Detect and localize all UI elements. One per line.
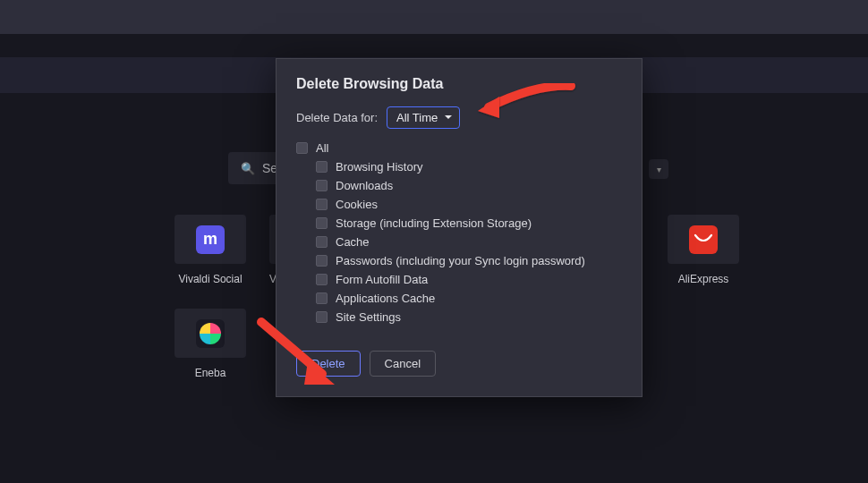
checkbox-cookies[interactable]: Cookies xyxy=(316,198,622,211)
checkbox-label: Cookies xyxy=(336,198,378,211)
mastodon-icon: m xyxy=(196,225,225,254)
checkbox-icon xyxy=(316,255,328,267)
checkbox-form-autofill[interactable]: Form Autofill Data xyxy=(316,273,622,286)
checkbox-label: Applications Cache xyxy=(336,292,435,305)
checkbox-icon xyxy=(316,180,328,191)
checkbox-label: Downloads xyxy=(336,179,393,192)
checkbox-label: Form Autofill Data xyxy=(336,273,428,286)
checkbox-icon xyxy=(316,161,328,173)
dialog-title: Delete Browsing Data xyxy=(296,76,622,92)
speed-dial-grid: m Vivaldi Social Eneba V xyxy=(174,215,285,379)
time-range-label: Delete Data for: xyxy=(296,111,378,124)
checkbox-icon xyxy=(316,274,328,285)
checkbox-label: Storage (including Extension Storage) xyxy=(336,216,532,230)
cancel-button[interactable]: Cancel xyxy=(370,351,436,377)
checkbox-icon xyxy=(316,217,328,229)
checkbox-icon xyxy=(316,236,328,248)
dropdown-caret-icon[interactable]: ▾ xyxy=(649,159,668,179)
aliexpress-icon xyxy=(689,225,718,254)
dial-vivaldi-social[interactable]: m Vivaldi Social xyxy=(174,215,246,285)
dial-aliexpress[interactable]: AliExpress xyxy=(668,215,739,285)
eneba-icon xyxy=(196,319,225,348)
top-toolbar xyxy=(0,0,868,34)
time-range-value: All Time xyxy=(396,111,438,124)
checkbox-icon xyxy=(316,199,328,210)
checkbox-browsing-history[interactable]: Browsing History xyxy=(316,160,622,174)
delete-browsing-data-dialog: Delete Browsing Data Delete Data for: Al… xyxy=(276,58,642,397)
checkbox-icon xyxy=(316,311,328,323)
search-icon: 🔍 xyxy=(241,162,255,175)
checkbox-cache[interactable]: Cache xyxy=(316,235,622,249)
toolbar-gap xyxy=(0,34,868,57)
delete-button[interactable]: Delete xyxy=(296,351,361,377)
checkbox-label: All xyxy=(316,141,328,155)
dial-label: AliExpress xyxy=(678,273,729,285)
checkbox-downloads[interactable]: Downloads xyxy=(316,179,622,192)
checkbox-storage[interactable]: Storage (including Extension Storage) xyxy=(316,216,622,230)
checkbox-applications-cache[interactable]: Applications Cache xyxy=(316,292,622,305)
chevron-down-icon xyxy=(445,115,452,119)
checkbox-site-settings[interactable]: Site Settings xyxy=(316,310,622,324)
checkbox-icon xyxy=(316,292,328,304)
checkbox-all[interactable]: All xyxy=(296,141,622,155)
checkbox-label: Browsing History xyxy=(336,160,423,174)
checkbox-passwords[interactable]: Passwords (including your Sync login pas… xyxy=(316,254,622,267)
checkbox-icon xyxy=(296,142,308,154)
time-range-select[interactable]: All Time xyxy=(387,106,460,129)
dial-label: Eneba xyxy=(195,367,226,379)
checkbox-label: Site Settings xyxy=(336,310,401,324)
dial-eneba[interactable]: Eneba xyxy=(174,309,246,379)
checkbox-label: Passwords (including your Sync login pas… xyxy=(336,254,585,267)
dial-label: Vivaldi Social xyxy=(178,273,242,285)
checkbox-label: Cache xyxy=(336,235,370,249)
